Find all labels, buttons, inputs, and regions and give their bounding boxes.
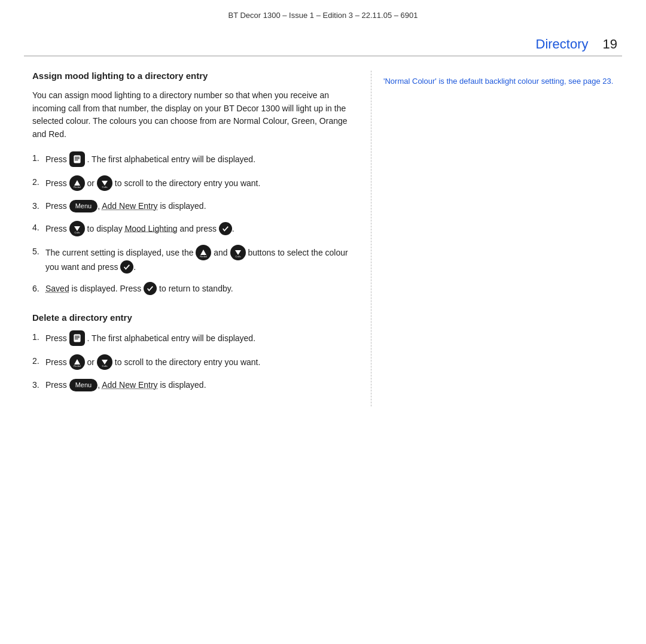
step-2: 2. Press Redial or (32, 176, 359, 192)
section-assign-mood: Assign mood lighting to a directory entr… (32, 71, 359, 296)
section1-title: Assign mood lighting to a directory entr… (32, 71, 359, 81)
section-delete: Delete a directory entry 1. Press (32, 312, 359, 392)
check-button-1 (219, 222, 232, 235)
svg-rect-1 (75, 157, 80, 157)
check-button-3 (144, 282, 157, 295)
svg-rect-0 (74, 155, 80, 163)
section1-steps: 1. Press . The first alphabetical entry … (32, 152, 359, 296)
calls-button-2: Calls (69, 221, 85, 236)
svg-marker-6 (102, 181, 108, 186)
redial-button-2: Redial (196, 245, 211, 260)
section2-steps: 1. Press . The first alphabetical entry … (32, 331, 359, 392)
svg-text:Redial: Redial (74, 186, 80, 189)
directory-label: Directory (536, 37, 589, 52)
step-2-2: 2. Press Redial or (32, 355, 359, 370)
content-area: Assign mood lighting to a directory entr… (0, 56, 646, 406)
svg-rect-16 (75, 338, 80, 338)
book-button-2 (69, 330, 85, 346)
svg-rect-17 (75, 339, 78, 339)
svg-rect-2 (75, 158, 80, 159)
calls-button-4: Calls (97, 354, 112, 370)
step-6: 6. Saved is displayed. Press to return t… (32, 282, 359, 296)
svg-marker-20 (102, 360, 108, 364)
menu-button-2: Menu (69, 379, 98, 391)
calls-button-1: Calls (97, 175, 112, 191)
side-note: 'Normal Colour' is the default backlight… (383, 75, 622, 87)
svg-text:Redial: Redial (200, 255, 207, 258)
step-2-1: 1. Press . The first alphabetical entry … (32, 331, 359, 347)
page-header: BT Decor 1300 – Issue 1 – Edition 3 – 22… (0, 0, 646, 26)
svg-marker-4 (74, 180, 80, 186)
step-1: 1. Press . The first alphabetical entry … (32, 152, 359, 168)
book-button-1 (69, 151, 85, 167)
main-column: Assign mood lighting to a directory entr… (0, 71, 371, 406)
svg-rect-3 (75, 160, 78, 160)
section1-intro: You can assign mood lighting to a direct… (32, 89, 359, 141)
svg-text:Calls: Calls (74, 231, 80, 234)
svg-text:Calls: Calls (102, 364, 107, 367)
top-bar: Directory 19 (0, 26, 646, 56)
svg-marker-18 (74, 359, 80, 364)
svg-marker-10 (200, 250, 206, 255)
check-button-2 (120, 260, 133, 274)
svg-text:Calls: Calls (102, 186, 107, 189)
section2-title: Delete a directory entry (32, 312, 359, 323)
svg-marker-12 (235, 250, 241, 255)
redial-button-1: Redial (69, 175, 85, 191)
svg-marker-8 (74, 226, 80, 231)
step-2-3: 3. Press Menu, Add New Entry is displaye… (32, 379, 359, 392)
page-number: 19 (603, 37, 617, 52)
svg-rect-15 (75, 336, 80, 336)
redial-button-3: Redial (69, 354, 85, 370)
step-5: 5. The current setting is displayed, use… (32, 245, 359, 274)
svg-rect-14 (74, 335, 80, 342)
step-3: 3. Press Menu, Add New Entry is displaye… (32, 200, 359, 213)
step-4: 4. Press Calls to display Mood Lighting … (32, 221, 359, 237)
calls-button-3: Calls (230, 245, 246, 260)
header-title: BT Decor 1300 – Issue 1 – Edition 3 – 22… (228, 11, 418, 20)
svg-text:Calls: Calls (235, 255, 240, 258)
side-column: 'Normal Colour' is the default backlight… (371, 71, 646, 406)
svg-text:Redial: Redial (74, 364, 80, 367)
menu-button-1: Menu (69, 200, 98, 212)
